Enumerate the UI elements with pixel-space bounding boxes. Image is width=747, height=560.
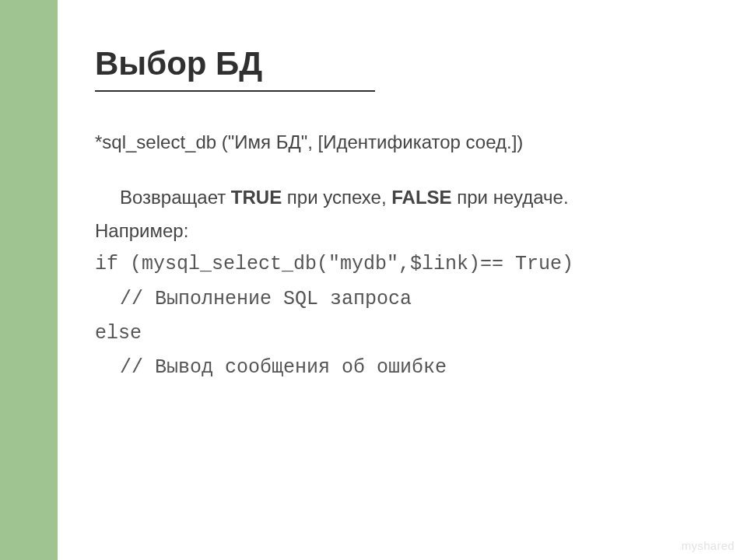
true-keyword: TRUE [231, 187, 282, 208]
function-signature: *sql_select_db ("Имя БД", [Идентификатор… [95, 129, 716, 156]
code-line: // Вывод сообщения об ошибке [95, 354, 716, 382]
text-fragment: Возвращает [120, 187, 231, 208]
text-fragment: при неудаче. [452, 187, 569, 208]
false-keyword: FALSE [391, 187, 451, 208]
title-underline [95, 90, 375, 92]
text-fragment: при успехе, [282, 187, 391, 208]
slide-body: *sql_select_db ("Имя БД", [Идентификатор… [95, 129, 716, 382]
sidebar-accent [0, 0, 58, 560]
slide-title: Выбор БД [95, 45, 716, 82]
code-line: else [95, 320, 716, 348]
slide-content: Выбор БД *sql_select_db ("Имя БД", [Иден… [58, 0, 747, 560]
example-label: Например: [95, 218, 716, 245]
return-description: Возвращает TRUE при успехе, FALSE при не… [95, 184, 716, 212]
code-line: // Выполнение SQL запроса [95, 285, 716, 313]
code-line: if (mysql_select_db("mydb",$link)== True… [95, 250, 716, 278]
watermark: myshared [682, 539, 735, 552]
